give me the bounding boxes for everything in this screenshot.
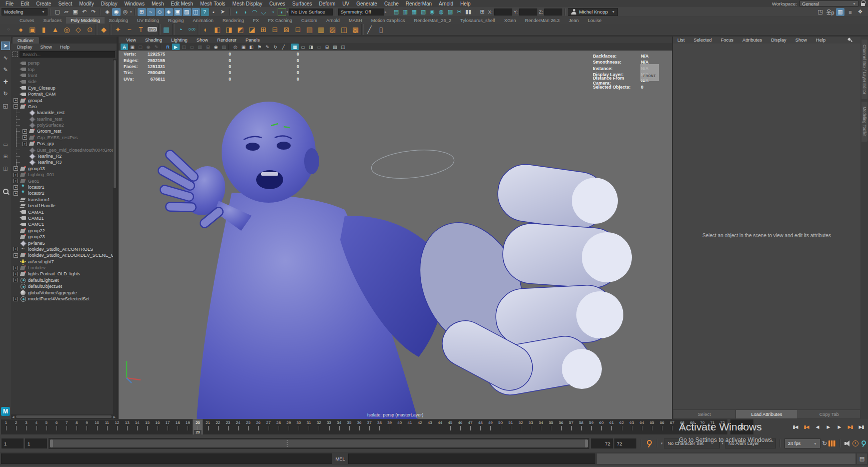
range-start-handle[interactable] (50, 439, 53, 447)
outliner-item[interactable]: karankle_rest (11, 110, 113, 116)
shelf-icon[interactable]: ⊞ (258, 24, 269, 35)
selection-mask-icon[interactable]: ◎ (121, 8, 130, 16)
viewport-toolbar-icon[interactable]: ⊞ (204, 44, 212, 50)
viewport-toolbar-icon[interactable]: ▣ (129, 44, 136, 50)
viewport-toolbar-icon[interactable]: ◨ (307, 44, 315, 50)
shelf-tab[interactable]: FX Caching (263, 17, 297, 24)
history-icon[interactable]: ◖ (278, 8, 286, 16)
attribute-editor-menu-item[interactable]: Attributes (738, 38, 766, 43)
shelf-icon[interactable]: ● (15, 24, 27, 35)
timeline-frame-19[interactable]: 19 (183, 419, 193, 434)
file-icon[interactable]: ↷ (89, 8, 98, 16)
outliner-item[interactable]: side (11, 79, 113, 85)
sidebar-toggle-icon[interactable]: ▥ (836, 8, 844, 16)
timeline-frame-48[interactable]: 48 (475, 419, 485, 434)
render-icon[interactable]: ▨ (446, 8, 455, 16)
timeline-frame-7[interactable]: 7 (62, 419, 72, 434)
shelf-tab[interactable]: Tylosaurus_shelf (456, 17, 500, 24)
attribute-editor-menu-item[interactable]: List (673, 38, 689, 43)
shelf-tab[interactable]: Motion Graphics (367, 17, 410, 24)
mute-audio-icon[interactable] (844, 440, 851, 446)
zoom-icon[interactable] (3, 189, 9, 194)
shelf-tab[interactable]: Jean (564, 17, 583, 24)
shelf-icon[interactable]: ▤ (304, 24, 315, 35)
outliner-item[interactable]: defaultLightSet (11, 277, 113, 283)
scroll-right-icon[interactable]: ▶ (113, 415, 116, 418)
outliner-menu-item[interactable]: Display (13, 45, 36, 50)
viewport-menu-item[interactable]: Lighting (167, 38, 192, 43)
menu-item[interactable]: Deform (316, 1, 339, 7)
outliner-item[interactable]: Geo (11, 104, 113, 110)
tool-icon[interactable]: ↻ (1, 90, 10, 98)
shelf-tab[interactable]: XGen (500, 17, 521, 24)
menu-item[interactable]: Edit Mesh (167, 1, 196, 7)
shelf-icon[interactable]: ▨ (327, 24, 338, 35)
playback-range-slider[interactable] (49, 438, 589, 449)
expand-toggle[interactable] (14, 173, 18, 177)
command-input[interactable] (1, 453, 332, 464)
timeline-frame-4[interactable]: 4 (32, 419, 42, 434)
viewport-toolbar-icon[interactable]: A (121, 44, 128, 50)
viewport-toolbar-icon[interactable]: ▭ (188, 44, 196, 50)
timeline-frame-8[interactable]: 8 (72, 419, 82, 434)
wireframe-3d-scene[interactable] (119, 51, 672, 419)
timeline-frame-47[interactable]: 47 (465, 419, 475, 434)
attribute-editor-menu-item[interactable]: Show (791, 38, 811, 43)
timeline-frame-67[interactable]: 67 (667, 419, 677, 434)
viewport-toolbar-icon[interactable]: ▭ (299, 44, 307, 50)
shelf-tab[interactable]: Arnold (322, 17, 344, 24)
outliner-item[interactable]: Portrait_CAM (11, 91, 113, 97)
outliner-item[interactable]: transform1 (11, 197, 113, 203)
viewport-toolbar-icon[interactable]: ◉ (145, 44, 152, 50)
timeline-frame-20[interactable]: 2020 (193, 419, 203, 434)
viewport-toolbar-icon[interactable]: ◎ (232, 44, 239, 50)
viewport-menu-item[interactable]: Renderer (213, 38, 241, 43)
outliner-horizontal-scrollbar[interactable]: ◀▶ (11, 414, 117, 419)
outliner-item[interactable]: Tearline_R2 (11, 153, 113, 159)
viewport-toolbar-icon[interactable]: ◫ (180, 44, 188, 50)
timeline-frame-5[interactable]: 5 (42, 419, 52, 434)
timeline-frame-39[interactable]: 39 (385, 419, 395, 434)
timeline-frame-49[interactable]: 49 (485, 419, 495, 434)
viewport-toolbar-icon[interactable]: ⚑ (256, 44, 263, 50)
timeline-frame-21[interactable]: 21 (203, 419, 213, 434)
viewport-toolbar-icon[interactable]: ◧ (248, 44, 255, 50)
set-key-preferences-icon[interactable] (860, 440, 866, 447)
playback-button[interactable]: ▶ (823, 421, 833, 433)
shelf-icon[interactable]: ◎ (61, 24, 73, 35)
outliner-item[interactable]: locator2 (11, 190, 113, 196)
timeline-frame-61[interactable]: 61 (606, 419, 616, 434)
snap-icon[interactable]: ▪ (210, 8, 218, 16)
workspace-dropdown[interactable]: General ▼ (799, 1, 858, 7)
outliner-item[interactable]: pPlane5 (11, 240, 113, 246)
expand-toggle[interactable] (14, 253, 18, 258)
timeline-frame-38[interactable]: 38 (374, 419, 384, 434)
timeline-ticks[interactable]: 1234567891011121314151617181920202122232… (1, 419, 727, 434)
timeline-frame-65[interactable]: 65 (647, 419, 657, 434)
command-language-toggle[interactable]: MEL (334, 456, 347, 461)
shelf-icon[interactable]: T (135, 24, 147, 35)
outliner-item[interactable]: top (11, 66, 113, 72)
outliner-item[interactable]: bend1Handle (11, 203, 113, 209)
render-icon[interactable]: ▥ (401, 8, 410, 16)
x-input[interactable] (494, 9, 512, 16)
timeline-frame-63[interactable]: 63 (627, 419, 637, 434)
timeline-frame-66[interactable]: 66 (657, 419, 667, 434)
viewport-menu-item[interactable]: View (122, 38, 141, 43)
snap-icon[interactable]: ➤ (219, 8, 227, 16)
attribute-editor-menu-item[interactable]: Display (766, 38, 790, 43)
menu-item[interactable]: RenderMan (402, 1, 435, 7)
scroll-left-icon[interactable]: ◀ (12, 415, 15, 418)
timeline-frame-32[interactable]: 32 (314, 419, 324, 434)
shelf-icon[interactable]: ~ (124, 24, 135, 35)
expand-toggle[interactable] (14, 166, 18, 171)
menu-item[interactable]: Create (33, 1, 55, 7)
menu-item[interactable]: Display (98, 1, 121, 7)
z-input[interactable] (544, 9, 562, 16)
viewport-toolbar-icon[interactable]: ▭ (315, 44, 323, 50)
outliner-item[interactable]: Lookdev (11, 265, 113, 271)
fps-dropdown[interactable]: 24 fps ▼ (784, 438, 820, 448)
timeline-frame-44[interactable]: 44 (435, 419, 445, 434)
viewport-canvas[interactable]: Verts: 1292575 0 0 Edges: 2502155 0 0 Fa… (119, 51, 672, 419)
expand-toggle[interactable] (23, 129, 27, 134)
